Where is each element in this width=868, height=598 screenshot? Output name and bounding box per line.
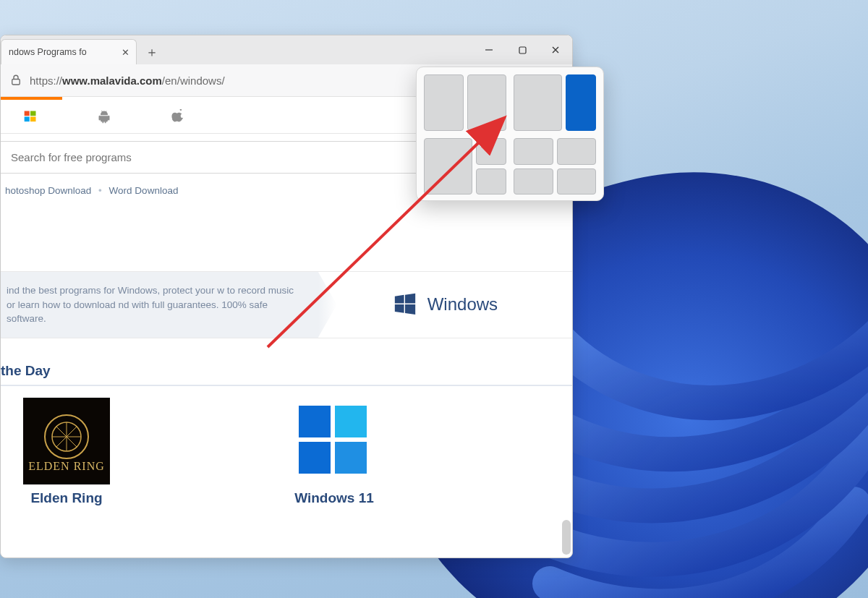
desktop: ndows Programs fo ✕ ＋ [0,0,868,598]
svg-marker-7 [395,295,404,304]
section-of-the-day: the Day [1,357,572,386]
snap-layout-quad[interactable] [514,138,596,195]
new-tab-button[interactable]: ＋ [141,41,163,63]
snap-cell[interactable] [514,168,553,195]
svg-rect-4 [30,111,36,116]
svg-rect-15 [299,406,331,437]
close-window-button[interactable] [539,35,572,64]
svg-marker-9 [395,304,404,313]
windows-logo-icon [393,292,417,317]
quicklink-photoshop[interactable]: hotoshop Download [5,185,91,196]
snap-cell[interactable] [557,138,597,165]
app-title: Windows 11 [273,490,396,506]
snap-cell[interactable] [424,74,464,131]
svg-marker-10 [405,304,415,315]
snap-cell[interactable] [467,74,507,131]
snap-layout-one-plus-two[interactable] [424,138,506,195]
apple-tab-icon[interactable] [170,108,186,124]
quicklink-word[interactable]: Word Download [109,185,179,196]
lock-icon[interactable] [9,74,22,87]
snap-layout-two-thirds[interactable] [514,74,596,131]
snap-cell[interactable] [514,74,562,131]
hero-windows-label: Windows [318,292,572,317]
svg-rect-18 [335,442,367,474]
svg-rect-3 [25,111,30,116]
svg-rect-5 [25,116,30,121]
android-tab-icon[interactable] [96,108,112,124]
svg-rect-6 [30,116,36,121]
app-thumb-elden-ring: ELDEN RING [23,398,110,484]
section-title: the Day [1,363,51,378]
svg-rect-17 [299,442,331,474]
url-host: www.malavida.com [62,74,162,87]
hero-banner: ind the best programs for Windows, prote… [1,271,572,338]
svg-rect-1 [12,80,20,85]
window-controls [472,35,572,64]
snap-cell[interactable] [476,138,506,165]
svg-text:ELDEN RING: ELDEN RING [28,460,105,472]
svg-marker-8 [405,294,415,304]
svg-rect-16 [335,406,367,437]
snap-cell[interactable] [557,168,597,195]
snap-cell[interactable] [514,138,553,165]
snap-cell-selected[interactable] [566,74,596,131]
app-thumb-windows-11 [291,398,378,484]
titlebar: ndows Programs fo ✕ ＋ [1,35,572,64]
app-title: Elden Ring [5,490,128,506]
app-cards: ELDEN RING Elden Ring Windows 11 [1,386,572,506]
snap-cell[interactable] [424,138,472,195]
separator-dot: • [98,185,102,196]
url-path: /en/windows/ [162,74,225,87]
vertical-scrollbar[interactable] [562,520,571,555]
maximize-button[interactable] [506,35,539,64]
app-card-elden-ring[interactable]: ELDEN RING Elden Ring [5,398,128,506]
hero-windows-text: Windows [427,294,498,315]
snap-cell[interactable] [476,168,506,195]
app-card-windows-11[interactable]: Windows 11 [273,398,396,506]
hero-blurb: ind the best programs for Windows, prote… [1,272,318,338]
tab-close-icon[interactable]: ✕ [119,46,132,59]
windows-tab-icon[interactable] [22,108,38,124]
snap-layouts-flyout [416,67,604,201]
minimize-button[interactable] [472,35,506,64]
snap-layout-half-half[interactable] [424,74,506,131]
browser-tab[interactable]: ndows Programs fo ✕ [1,39,137,64]
svg-rect-0 [519,47,526,54]
tab-title: ndows Programs fo [9,47,119,57]
